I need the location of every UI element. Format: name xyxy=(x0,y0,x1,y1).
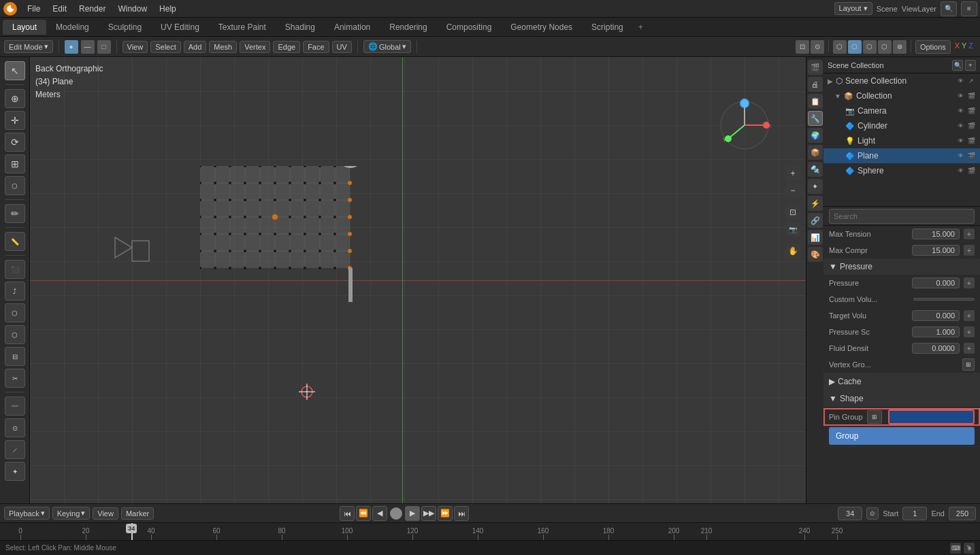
cylinder-vis[interactable]: 👁 xyxy=(956,121,965,131)
pressure-field-value[interactable]: 0.000 xyxy=(912,278,960,288)
cache-section-title[interactable]: ▶ Cache xyxy=(823,373,980,390)
props-view-layer-icon[interactable]: 📋 xyxy=(808,94,823,109)
tab-texture-paint[interactable]: Texture Paint xyxy=(209,20,276,35)
properties-search[interactable] xyxy=(829,209,975,224)
playback-dropdown[interactable]: Playback ▾ xyxy=(4,507,50,520)
camera-view-button[interactable]: 📷 xyxy=(785,222,800,237)
face-select-mode[interactable]: □ xyxy=(97,40,111,54)
prev-keyframe-button[interactable]: ⏪ xyxy=(356,506,371,521)
tab-scripting[interactable]: Scripting xyxy=(582,20,633,35)
menu-window[interactable]: Window xyxy=(112,3,152,15)
outliner-filter[interactable]: 🔍 xyxy=(952,60,963,71)
mesh-menu[interactable]: Mesh xyxy=(209,41,237,53)
outliner-light[interactable]: 💡 Light 👁 🎬 xyxy=(823,133,980,148)
outliner-camera[interactable]: 📷 Camera 👁 🎬 xyxy=(823,103,980,118)
target-volu-value[interactable]: 0.000 xyxy=(912,310,960,321)
plane-render[interactable]: 🎬 xyxy=(966,151,976,161)
add-menu[interactable]: Add xyxy=(184,41,207,53)
pin-group-input[interactable] xyxy=(888,409,975,424)
shape-section-title[interactable]: ▼ Shape xyxy=(823,390,980,407)
snapping-toggle[interactable]: ⊡ xyxy=(796,40,809,54)
camera-vis[interactable]: 👁 xyxy=(956,106,965,116)
menu-file[interactable]: File xyxy=(22,3,46,15)
inner-collection-render[interactable]: 🎬 xyxy=(966,91,976,101)
viewport-3d[interactable]: Back Orthographic (34) Plane Meters xyxy=(30,57,806,503)
zoom-out-button[interactable]: − xyxy=(785,183,800,198)
transform-dropdown[interactable]: 🌐 Global ▾ xyxy=(363,40,411,53)
tool-rip[interactable]: ✦ xyxy=(5,462,25,481)
props-render-icon[interactable]: 🎬 xyxy=(808,60,823,75)
viewport-shading-wire[interactable]: ⬡ xyxy=(833,40,847,54)
props-physics-icon[interactable]: ⚡ xyxy=(808,196,823,211)
plane-vis[interactable]: 👁 xyxy=(956,151,965,161)
cylinder-render[interactable]: 🎬 xyxy=(966,121,976,131)
props-particles-icon[interactable]: ✦ xyxy=(808,179,823,194)
light-render[interactable]: 🎬 xyxy=(966,136,976,146)
tool-transform[interactable]: ⬡ xyxy=(5,176,25,195)
edge-select-mode[interactable]: — xyxy=(81,40,95,54)
collection-vis-icon[interactable]: 👁 xyxy=(956,76,965,86)
vertex-menu[interactable]: Vertex xyxy=(240,41,270,53)
next-frame-button[interactable]: ▶▶ xyxy=(421,506,436,521)
inner-collection-vis[interactable]: 👁 xyxy=(956,91,965,101)
edit-mode-dropdown[interactable]: Edit Mode ▾ xyxy=(4,40,53,53)
marker-dropdown[interactable]: Marker xyxy=(121,507,154,520)
tool-cursor[interactable]: ⊕ xyxy=(5,89,25,108)
current-frame-input[interactable] xyxy=(838,507,862,520)
next-keyframe-button[interactable]: ⏩ xyxy=(438,506,453,521)
group-dropdown[interactable]: Group xyxy=(829,427,975,445)
tool-shear[interactable]: ⟋ xyxy=(5,440,25,459)
search-button[interactable]: 🔍 xyxy=(941,1,957,16)
tab-modeling[interactable]: Modeling xyxy=(46,20,99,35)
tab-compositing[interactable]: Compositing xyxy=(437,20,502,35)
vertex-select-mode[interactable]: ● xyxy=(65,40,78,54)
tab-rendering[interactable]: Rendering xyxy=(380,20,436,35)
pin-group-grid-icon[interactable]: ⊞ xyxy=(867,410,882,424)
tab-geometry-nodes[interactable]: Geometry Nodes xyxy=(501,20,582,35)
tool-annotate[interactable]: ✏ xyxy=(5,204,25,223)
end-frame-input[interactable] xyxy=(949,507,976,520)
tool-bevel[interactable]: ⬡ xyxy=(5,325,25,344)
tool-shrink-fatten[interactable]: ⊙ xyxy=(5,418,25,437)
pressure-section-title[interactable]: ▼ Pressure xyxy=(823,258,980,275)
timeline-ruler[interactable]: 02040608010012014016018020021024025034 xyxy=(0,522,980,540)
tool-add-cube[interactable]: ⬛ xyxy=(5,260,25,279)
add-workspace-button[interactable]: + xyxy=(633,20,649,35)
tool-knife[interactable]: ✂ xyxy=(5,369,25,388)
zoom-in-button[interactable]: + xyxy=(785,166,800,181)
tab-uv-editing[interactable]: UV Editing xyxy=(151,20,209,35)
vertex-gro-icon[interactable]: ⊞ xyxy=(962,358,975,371)
viewport-shading-render[interactable]: ⬡ xyxy=(878,40,892,54)
keying-dropdown[interactable]: Keying ▾ xyxy=(52,507,91,520)
play-button[interactable]: ▶ xyxy=(405,506,420,521)
filter-button[interactable]: ≡ xyxy=(961,1,977,16)
fluid-densit-value[interactable]: 0.0000 xyxy=(912,343,960,354)
layout-selector[interactable]: Layout ▾ xyxy=(834,2,872,15)
props-output-icon[interactable]: 🖨 xyxy=(808,77,823,92)
timeline-track[interactable]: 02040608010012014016018020021024025034 xyxy=(0,523,980,540)
props-data-icon[interactable]: 📊 xyxy=(808,230,823,245)
proportional-edit[interactable]: ⊙ xyxy=(811,40,824,54)
viewport-shading-solid[interactable]: ⬡ xyxy=(848,40,862,54)
tool-move[interactable]: ✛ xyxy=(5,111,25,130)
collection-select-icon[interactable]: ↗ xyxy=(966,76,976,86)
menu-help[interactable]: Help xyxy=(154,3,182,15)
pressure-add[interactable]: + xyxy=(964,278,975,288)
options-dropdown[interactable]: Options xyxy=(915,40,951,54)
menu-edit[interactable]: Edit xyxy=(47,3,72,15)
light-vis[interactable]: 👁 xyxy=(956,136,965,146)
to-start-button[interactable]: ⏮ xyxy=(340,506,355,521)
tool-extrude[interactable]: ⤴ xyxy=(5,282,25,301)
pan-button[interactable]: ✋ xyxy=(785,243,800,258)
props-world-icon[interactable]: 🌍 xyxy=(808,128,823,143)
tab-layout[interactable]: Layout xyxy=(3,20,46,35)
props-scene-icon[interactable]: 🔧 xyxy=(808,111,823,126)
viewport-shading-material[interactable]: ⬡ xyxy=(863,40,877,54)
outliner-collection[interactable]: ▼ 📦 Collection 👁 🎬 xyxy=(823,88,980,103)
select-menu[interactable]: Select xyxy=(150,41,181,53)
navigation-gizmo[interactable]: X Z Y xyxy=(717,98,772,154)
sphere-render[interactable]: 🎬 xyxy=(966,166,976,175)
menu-render[interactable]: Render xyxy=(74,3,111,15)
outliner-cylinder[interactable]: 🔷 Cylinder 👁 🎬 xyxy=(823,118,980,133)
outliner-add[interactable]: + xyxy=(965,60,976,71)
